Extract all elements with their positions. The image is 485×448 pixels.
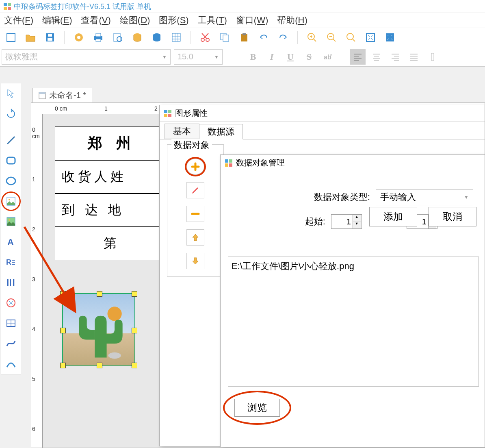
cut-icon[interactable] <box>198 30 212 44</box>
add-data-button[interactable] <box>186 159 204 175</box>
svg-text:A: A <box>7 237 14 247</box>
menu-window[interactable]: 窗口(W) <box>236 14 268 26</box>
format-toolbar: 微软雅黑 ▼ 15.0 ▼ B I U S abc <box>0 47 485 67</box>
svg-rect-61 <box>168 114 171 117</box>
align-center-button[interactable] <box>369 49 384 65</box>
fontsize-select[interactable]: 15.0 ▼ <box>174 49 223 65</box>
data-object-manage-dialog: 数据对象管理 数据对象类型: 手动输入 ▼ 起始: ▲▼ 份数: ▲▼ 间隔: … <box>220 154 485 447</box>
arc-tool-icon[interactable] <box>2 355 19 372</box>
dialog1-titlebar[interactable]: 图形属性 <box>160 105 485 122</box>
underline-button[interactable]: U <box>283 49 298 65</box>
dialog2-titlebar[interactable]: 数据对象管理 <box>221 155 485 171</box>
plus-icon <box>191 162 200 172</box>
arrow-down-icon <box>191 256 200 266</box>
image-tool-icon[interactable] <box>2 193 19 210</box>
align-justify-button[interactable] <box>406 49 422 65</box>
copy-icon[interactable] <box>218 30 232 44</box>
italic-button[interactable]: I <box>264 49 279 65</box>
svg-rect-47 <box>13 279 14 286</box>
open-icon[interactable] <box>24 30 37 44</box>
richtext-tool-icon[interactable]: R <box>2 254 19 271</box>
zoomout-icon[interactable] <box>325 30 338 44</box>
type-value: 手动输入 <box>380 191 416 203</box>
redo-icon[interactable] <box>276 30 290 44</box>
fieldset-legend: 数据对象 <box>171 139 212 151</box>
start-spinner[interactable]: ▲▼ <box>331 214 362 229</box>
dialog1-tabs: 基本 数据源 <box>160 122 485 139</box>
fullscreen-icon[interactable] <box>383 30 397 44</box>
barcode-tool-icon[interactable] <box>2 274 19 291</box>
label-sheet[interactable]: 郑 州 收货人姓 到 达 地 第 <box>55 126 169 260</box>
zoom-icon[interactable] <box>344 30 358 44</box>
remove-data-button[interactable] <box>186 206 204 222</box>
selected-image-object[interactable] <box>62 293 135 366</box>
label-row-1: 收货人姓 <box>55 160 168 193</box>
chevron-down-icon: ▼ <box>464 194 469 200</box>
svg-rect-44 <box>9 279 9 286</box>
font-select[interactable]: 微软雅黑 ▼ <box>2 49 171 65</box>
svg-line-31 <box>7 137 15 144</box>
movedown-data-button[interactable] <box>186 253 204 269</box>
minus-icon <box>191 209 200 219</box>
preview-icon[interactable] <box>111 30 125 44</box>
label-title: 郑 州 <box>55 127 168 160</box>
roundrect-tool-icon[interactable] <box>2 152 19 169</box>
menu-draw[interactable]: 绘图(D) <box>120 14 150 26</box>
menu-help[interactable]: 帮助(H) <box>277 14 307 26</box>
menu-edit[interactable]: 编辑(E) <box>42 14 72 26</box>
superscript-button[interactable]: abc <box>320 49 336 65</box>
database-icon[interactable] <box>130 30 144 44</box>
grid-icon[interactable] <box>169 30 183 44</box>
align-vertical-button[interactable] <box>425 49 440 65</box>
qrcode-tool-icon[interactable] <box>2 294 19 311</box>
align-right-button[interactable] <box>388 49 403 65</box>
fit-icon[interactable] <box>364 30 377 44</box>
cancel-button[interactable]: 取消 <box>429 207 476 226</box>
tab-basic[interactable]: 基本 <box>165 124 199 139</box>
rotate-tool-icon[interactable] <box>2 105 19 122</box>
table-tool-icon[interactable] <box>2 315 19 332</box>
menu-file[interactable]: 文件(F) <box>4 14 33 26</box>
print-icon[interactable] <box>91 30 105 44</box>
curve-tool-icon[interactable] <box>2 335 19 352</box>
tab-datasource[interactable]: 数据源 <box>199 124 243 139</box>
svg-rect-7 <box>48 34 52 37</box>
edit-data-button[interactable] <box>186 182 204 198</box>
svg-rect-54 <box>39 92 45 94</box>
settings-icon[interactable] <box>72 30 86 44</box>
svg-rect-46 <box>12 279 12 286</box>
paste-icon[interactable] <box>237 30 251 44</box>
start-input[interactable] <box>331 215 353 228</box>
svg-point-35 <box>9 199 10 200</box>
path-textarea[interactable]: E:\工作文件\图片\小心轻放.png <box>228 257 479 387</box>
pointer-tool-icon[interactable] <box>2 85 19 102</box>
app-icon <box>3 2 11 11</box>
line-tool-icon[interactable] <box>2 132 19 149</box>
ellipse-tool-icon[interactable] <box>2 172 19 189</box>
chevron-down-icon: ▼ <box>162 54 167 60</box>
bold-button[interactable]: B <box>245 49 261 65</box>
zoomin-icon[interactable] <box>305 30 319 44</box>
menu-shape[interactable]: 图形(S) <box>159 14 188 26</box>
database2-icon[interactable] <box>150 30 164 44</box>
svg-point-33 <box>6 177 15 185</box>
svg-rect-64 <box>225 163 228 167</box>
moveup-data-button[interactable] <box>186 229 204 246</box>
new-icon[interactable] <box>4 30 18 44</box>
dialog-icon <box>225 159 233 167</box>
add-button[interactable]: 添加 <box>369 207 417 226</box>
image2-tool-icon[interactable] <box>2 213 19 230</box>
undo-icon[interactable] <box>257 30 271 44</box>
svg-rect-58 <box>164 110 167 113</box>
data-object-fieldset: 数据对象 <box>167 144 224 277</box>
type-combo[interactable]: 手动输入 ▼ <box>376 189 473 205</box>
document-tab[interactable]: 未命名-1 * <box>32 88 92 102</box>
text-tool-icon[interactable]: A <box>2 233 19 250</box>
svg-rect-45 <box>10 279 11 286</box>
menu-view[interactable]: 查看(V) <box>81 14 110 26</box>
menu-tool[interactable]: 工具(T) <box>198 14 227 26</box>
save-icon[interactable] <box>43 30 57 44</box>
strike-button[interactable]: S <box>301 49 317 65</box>
svg-rect-30 <box>431 53 434 61</box>
align-left-button[interactable] <box>350 49 366 65</box>
